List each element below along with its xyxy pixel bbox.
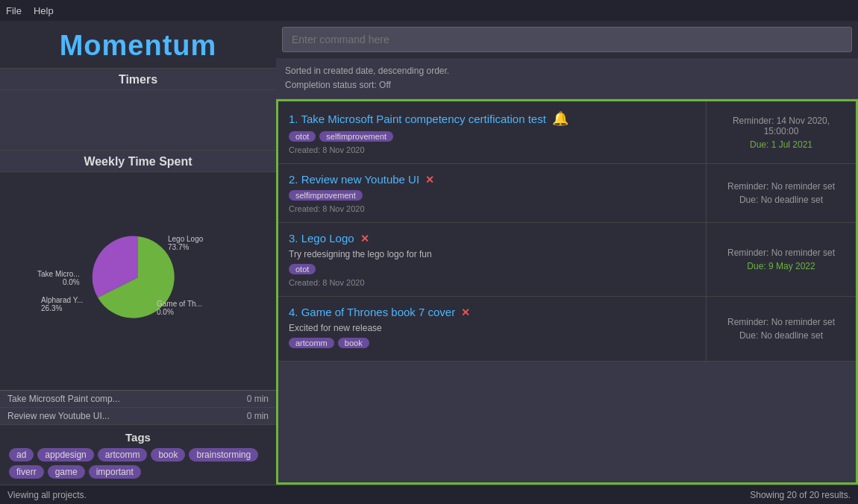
sidebar: Momentum Timers Weekly Time Spent Le <box>0 21 276 485</box>
task-tags-1: otot selfimprovement <box>289 131 695 142</box>
task-list-item[interactable]: Take Microsoft Paint comp... 0 min <box>0 391 276 408</box>
menubar: File Help <box>0 0 858 21</box>
timers-title: Timers <box>0 68 276 90</box>
task-main-3: 3. Lego Logo ✕ Try redesigning the lego … <box>278 223 707 296</box>
status-left: Viewing all projects. <box>7 490 87 500</box>
tag-game[interactable]: game <box>48 465 85 479</box>
task-tags-3: otot <box>289 264 695 274</box>
tags-container: ad appdesign artcomm book brainstorming … <box>6 448 270 479</box>
task-due-3: Due: 9 May 2022 <box>717 261 845 271</box>
tag-appdesign[interactable]: appdesign <box>37 448 93 462</box>
task-reminder-1: Reminder: 14 Nov 2020, 15:00:00 <box>717 116 845 136</box>
timers-section <box>0 90 276 150</box>
task-meta-4: Reminder: No reminder set Due: No deadli… <box>707 297 856 361</box>
task-main-1: 1. Take Microsoft Paint competency certi… <box>278 101 707 163</box>
tag-artcomm-4[interactable]: artcomm <box>289 338 334 348</box>
task-meta-1: Reminder: 14 Nov 2020, 15:00:00 Due: 1 J… <box>707 101 856 163</box>
task-main-4: 4. Game of Thrones book 7 cover ✕ Excite… <box>278 297 707 361</box>
menu-help[interactable]: Help <box>34 5 54 16</box>
task-tags-4: artcomm book <box>289 338 695 348</box>
task-due-2: Due: No deadline set <box>717 195 845 205</box>
bell-icon: 🔔 <box>552 110 569 127</box>
tags-section: Tags ad appdesign artcomm book brainstor… <box>0 425 276 485</box>
task-reminder-4: Reminder: No reminder set <box>717 317 845 327</box>
task-due-1: Due: 1 Jul 2021 <box>717 139 845 150</box>
tag-artcomm[interactable]: artcomm <box>98 448 148 462</box>
status-bar: Viewing all projects. Showing 20 of 20 r… <box>0 485 858 504</box>
menu-file[interactable]: File <box>6 5 22 16</box>
tag-selfimprovement-2[interactable]: selfimprovement <box>289 190 363 201</box>
sort-info: Sorted in created date, descending order… <box>276 58 858 99</box>
chart-area: Lego Logo 73.7% Take Micro... 0.0% Alpha… <box>0 172 276 390</box>
command-bar <box>276 21 858 58</box>
main-layout: Momentum Timers Weekly Time Spent Le <box>0 21 858 485</box>
task-desc-3: Try redesigning the lego logo for fun <box>289 249 695 259</box>
tag-otot-3[interactable]: otot <box>289 264 316 274</box>
task-due-4: Due: No deadline set <box>717 330 845 341</box>
task-meta-3: Reminder: No reminder set Due: 9 May 202… <box>707 223 856 296</box>
task-created-1: Created: 8 Nov 2020 <box>289 145 695 154</box>
legend-takemicro: Take Micro... 0.0% <box>37 270 80 286</box>
tag-book-4[interactable]: book <box>338 338 369 348</box>
task-main-2: 2. Review new Youtube UI ✕ selfimproveme… <box>278 164 707 222</box>
tag-book[interactable]: book <box>151 448 185 462</box>
task-card-1[interactable]: 1. Take Microsoft Paint competency certi… <box>278 101 856 164</box>
legend-alpharad: Alpharad Y... 26.3% <box>41 296 83 312</box>
tag-fiverr[interactable]: fiverr <box>9 465 44 479</box>
tag-otot[interactable]: otot <box>289 131 316 142</box>
task-title-4: 4. Game of Thrones book 7 cover ✕ <box>289 306 695 318</box>
tag-ad[interactable]: ad <box>9 448 34 462</box>
legend-lego: Lego Logo 73.7% <box>168 235 203 251</box>
delete-icon-2[interactable]: ✕ <box>425 174 434 186</box>
content-area: Sorted in created date, descending order… <box>276 21 858 485</box>
task-list-item[interactable]: Review new Youtube UI... 0 min <box>0 408 276 425</box>
task-created-3: Created: 8 Nov 2020 <box>289 278 695 287</box>
legend-game: Game of Th... 0.0% <box>157 300 202 316</box>
command-input[interactable] <box>282 27 852 52</box>
tag-important[interactable]: important <box>89 465 141 479</box>
task-created-2: Created: 8 Nov 2020 <box>289 204 695 213</box>
task-meta-2: Reminder: No reminder set Due: No deadli… <box>707 164 856 222</box>
tag-selfimprovement[interactable]: selfimprovement <box>319 131 393 142</box>
task-title-3: 3. Lego Logo ✕ <box>289 232 695 245</box>
task-tags-2: selfimprovement <box>289 190 695 201</box>
task-title-2: 2. Review new Youtube UI ✕ <box>289 173 695 186</box>
task-reminder-2: Reminder: No reminder set <box>717 181 845 192</box>
tags-title: Tags <box>6 431 270 444</box>
tasks-container[interactable]: 1. Take Microsoft Paint competency certi… <box>276 99 858 485</box>
delete-icon-3[interactable]: ✕ <box>360 233 369 245</box>
task-desc-4: Excited for new release <box>289 323 695 333</box>
weekly-title: Weekly Time Spent <box>0 150 276 172</box>
status-right: Showing 20 of 20 results. <box>750 490 851 500</box>
task-card-4[interactable]: 4. Game of Thrones book 7 cover ✕ Excite… <box>278 297 856 362</box>
app-title: Momentum <box>0 21 276 68</box>
delete-icon-4[interactable]: ✕ <box>461 306 470 318</box>
task-card-2[interactable]: 2. Review new Youtube UI ✕ selfimproveme… <box>278 164 856 223</box>
tag-brainstorming[interactable]: brainstorming <box>189 448 258 462</box>
task-reminder-3: Reminder: No reminder set <box>717 248 845 258</box>
task-title-1: 1. Take Microsoft Paint competency certi… <box>289 110 695 127</box>
task-card-3[interactable]: 3. Lego Logo ✕ Try redesigning the lego … <box>278 223 856 297</box>
task-list-small: Take Microsoft Paint comp... 0 min Revie… <box>0 390 276 425</box>
